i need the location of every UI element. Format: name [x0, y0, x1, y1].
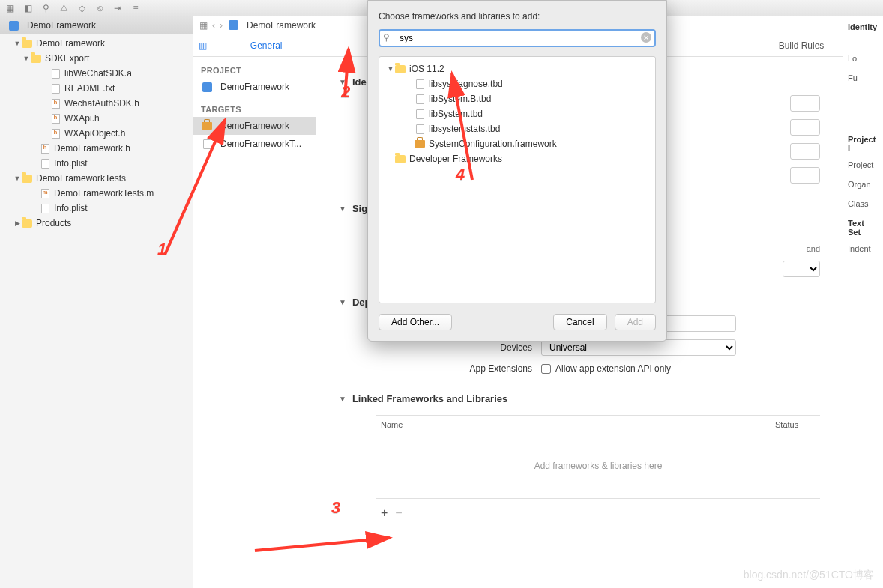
disclosure-icon[interactable]: ▶ [13, 219, 21, 227]
add-button[interactable]: Add [615, 314, 656, 330]
inspector-text-header: Text Set [848, 219, 879, 237]
result-item[interactable]: libSystem.B.tbd [379, 91, 655, 106]
disclosure-icon[interactable]: ▼ [387, 65, 394, 73]
disclosure-icon[interactable]: ▼ [13, 175, 21, 182]
tree-item[interactable]: WXApi.h [0, 111, 193, 126]
disclosure-icon[interactable]: ▼ [13, 40, 21, 47]
file-icon [414, 78, 426, 90]
hfile-icon [49, 127, 61, 139]
identity-field2[interactable] [790, 119, 820, 136]
search-icon[interactable]: ⚲ [40, 3, 51, 13]
tree-item[interactable]: WXApiObject.h [0, 126, 193, 141]
result-item[interactable]: libsystemstats.tbd [379, 121, 655, 136]
result-label: libSystem.tbd [429, 109, 483, 119]
toolbox-icon [414, 138, 426, 150]
outline-toggle-icon[interactable]: ▥ [193, 40, 211, 51]
file-icon [49, 67, 61, 79]
tree-item[interactable]: DemoFrameworkTests.m [0, 186, 193, 201]
identity-field3[interactable] [790, 143, 820, 160]
tree-item-label: WXApi.h [64, 113, 100, 124]
identity-field4[interactable] [790, 167, 820, 184]
tree-item[interactable]: DemoFramework.h [0, 141, 193, 156]
tree-item[interactable]: ▼DemoFramework [0, 36, 193, 51]
result-item[interactable]: SystemConfiguration.framework [379, 136, 655, 151]
debug-icon[interactable]: ⎋ [94, 3, 105, 13]
breakpoint-icon[interactable]: ⇥ [112, 3, 123, 13]
tree-item-label: DemoFrameworkTests.m [54, 188, 154, 198]
tree-item-label: libWeChatSDK.a [64, 68, 132, 79]
project-root[interactable]: DemoFramework [0, 16, 193, 34]
disclosure-icon[interactable]: ▼ [22, 55, 30, 62]
back-icon[interactable]: ‹ [212, 20, 215, 31]
toolbox-icon [201, 120, 213, 132]
tab-build-rules[interactable]: Build Rules [760, 40, 843, 51]
file-icon [414, 108, 426, 120]
result-item[interactable]: ▼iOS 11.2 [379, 61, 655, 76]
cancel-button[interactable]: Cancel [553, 314, 606, 330]
target-item-framework[interactable]: DemoFramework [193, 117, 316, 135]
result-item[interactable]: libSystem.tbd [379, 106, 655, 121]
xcodeproj-icon [201, 81, 213, 93]
target-item-tests[interactable]: DemoFrameworkT... [193, 135, 316, 153]
hfile-icon [39, 142, 51, 154]
warning-icon[interactable]: ⚠ [58, 3, 69, 13]
sheet-title: Choose frameworks and libraries to add: [379, 11, 656, 22]
file-icon [414, 93, 426, 105]
grid-icon[interactable]: ▦ [199, 20, 208, 31]
tree-item[interactable]: ▼DemoFrameworkTests [0, 171, 193, 186]
inspector-organization: Organ [848, 180, 879, 189]
identity-field[interactable] [790, 95, 820, 112]
xcodeproj-icon [7, 19, 19, 31]
tree-item[interactable]: WechatAuthSDK.h [0, 96, 193, 111]
tree-item[interactable]: ▶Products [0, 216, 193, 231]
tree-item[interactable]: Info.plist [0, 201, 193, 216]
choose-framework-sheet: Choose frameworks and libraries to add: … [367, 0, 667, 342]
column-status: Status [775, 420, 820, 429]
report-icon[interactable]: ≡ [130, 3, 141, 13]
devices-label: Devices [376, 342, 541, 353]
test-icon[interactable]: ◇ [76, 3, 87, 13]
app-extension-checkbox[interactable] [541, 364, 551, 374]
inspector-panel: Identity Lo Fu Project I Project Organ C… [843, 16, 883, 588]
target-label: DemoFramework [220, 121, 289, 131]
inspector-location: Lo [848, 54, 879, 63]
tree-item[interactable]: ▼SDKExport [0, 51, 193, 66]
project-section-header: PROJECT [193, 57, 316, 78]
signing-select[interactable] [783, 261, 820, 277]
result-item[interactable]: Developer Frameworks [379, 151, 655, 166]
project-navigator: DemoFramework ▼DemoFramework▼SDKExportli… [0, 16, 193, 588]
tab-general[interactable]: General [211, 40, 321, 51]
tree-item[interactable]: README.txt [0, 81, 193, 96]
result-label: libSystem.B.tbd [429, 94, 491, 104]
folder-icon [21, 37, 33, 49]
devices-select[interactable]: Universal [541, 339, 736, 356]
section-linked-frameworks[interactable]: ▼Linked Frameworks and Libraries [339, 393, 820, 404]
file-icon [39, 157, 51, 169]
tree-item[interactable]: libWeChatSDK.a [0, 66, 193, 81]
app-extensions-label: App Extensions [376, 363, 541, 374]
symbol-icon[interactable]: ◧ [22, 3, 33, 13]
folder-icon[interactable]: ▦ [4, 3, 15, 13]
tree-item-label: Info.plist [54, 203, 88, 213]
tree-item-label: DemoFrameworkTests [36, 173, 126, 184]
project-item[interactable]: DemoFramework [193, 78, 316, 96]
breadcrumb-project[interactable]: DemoFramework [247, 20, 316, 31]
forward-icon[interactable]: › [220, 20, 223, 31]
result-item[interactable]: libsysdiagnose.tbd [379, 76, 655, 91]
remove-framework-button[interactable]: − [395, 506, 402, 520]
clear-search-icon[interactable]: ✕ [641, 32, 651, 43]
inspector-class: Class [848, 199, 879, 208]
add-framework-button[interactable]: + [381, 506, 388, 520]
tree-item[interactable]: Info.plist [0, 156, 193, 171]
xcodeproj-icon [227, 19, 239, 31]
tree-item-label: WechatAuthSDK.h [64, 98, 139, 109]
project-name: DemoFramework [27, 20, 96, 31]
tree-item-label: Info.plist [54, 158, 88, 169]
tree-item-label: SDKExport [45, 53, 89, 64]
folder-icon [30, 52, 42, 64]
add-other-button[interactable]: Add Other... [379, 314, 452, 330]
framework-search-input[interactable] [379, 29, 656, 47]
watermark: blog.csdn.net/@51CTO博客 [744, 569, 874, 582]
result-label: iOS 11.2 [409, 64, 444, 74]
app-extension-check-label: Allow app extension API only [555, 363, 671, 374]
